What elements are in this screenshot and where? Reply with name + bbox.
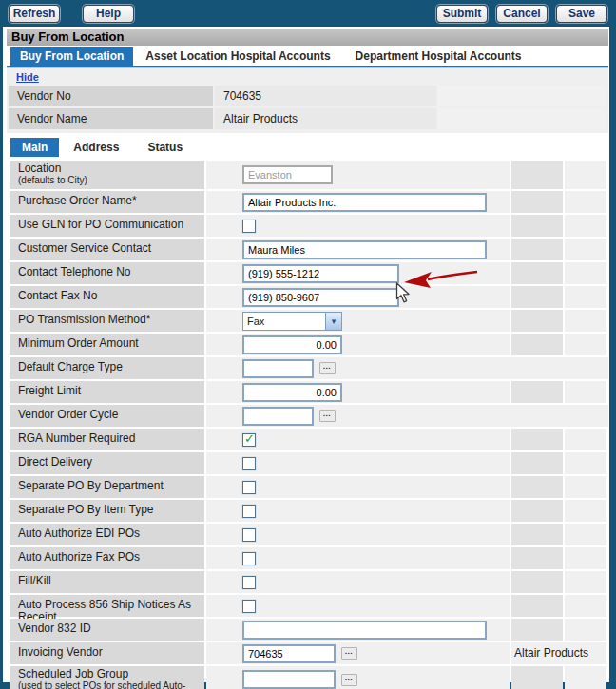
help-button[interactable]: Help	[83, 5, 134, 23]
filler-light-cell	[565, 239, 606, 260]
dropdown-arrow-icon[interactable]: ▾	[325, 313, 341, 330]
minimum-order-amount-input[interactable]	[242, 335, 342, 354]
field-label-purchase-order-name: Purchase Order Name*	[10, 191, 204, 213]
separate-po-by-item-type-checkbox[interactable]	[242, 505, 256, 518]
field-label-vendor-order-cycle: Vendor Order Cycle	[10, 405, 204, 427]
default-charge-type-lookup-button[interactable]: ▪▪▪	[319, 362, 336, 374]
tab-department-hospital-accounts[interactable]: Department Hospital Accounts	[343, 47, 534, 66]
field-label-invoicing-vendor: Invoicing Vendor	[10, 642, 204, 664]
field-label-contact-telephone-no: Contact Telephone No	[10, 262, 204, 284]
refresh-button[interactable]: Refresh	[9, 5, 60, 23]
field-label-text: Separate PO By Item Type	[18, 503, 154, 516]
contact-fax-no-input[interactable]	[242, 288, 399, 307]
form-row-separate-po-by-item-type: Separate PO By Item Type	[10, 500, 608, 522]
hide-link[interactable]: Hide	[16, 71, 39, 83]
filler-gray-cell	[511, 262, 563, 284]
field-value-cell-contact-fax-no	[206, 286, 510, 308]
separate-po-by-department-checkbox[interactable]	[242, 481, 256, 494]
field-label-use-gln-for-po-communication: Use GLN for PO Communication	[10, 215, 204, 237]
field-value-cell-scheduled-job-group: ▪▪▪	[206, 666, 510, 689]
filler-light-cell	[565, 547, 606, 569]
field-label-text: Scheduled Job Group	[18, 667, 128, 680]
form-row-fill-kill: Fill/Kill	[10, 571, 608, 593]
scheduled-job-group-lookup-button[interactable]: ▪▪▪	[341, 674, 357, 686]
filler-gray-cell	[511, 452, 563, 474]
vendor-filler-cell	[438, 108, 606, 129]
field-value-cell-contact-telephone-no	[206, 262, 510, 284]
field-value-cell-separate-po-by-department	[206, 476, 510, 498]
form-row-invoicing-vendor: Invoicing Vendor▪▪▪Altair Products	[10, 642, 608, 664]
use-gln-for-po-communication-checkbox[interactable]	[242, 220, 256, 233]
fill-kill-checkbox[interactable]	[242, 576, 256, 589]
customer-service-contact-input[interactable]	[242, 240, 487, 259]
form-row-separate-po-by-department: Separate PO By Department	[10, 476, 608, 498]
location-input[interactable]	[242, 165, 333, 184]
submit-button[interactable]: Submit	[436, 5, 488, 23]
form-row-default-charge-type: Default Charge Type▪▪▪	[10, 357, 608, 379]
form-row-vendor-order-cycle: Vendor Order Cycle▪▪▪	[10, 405, 608, 427]
vendor-order-cycle-lookup-button[interactable]: ▪▪▪	[319, 410, 336, 422]
field-label-text: Vendor 832 ID	[18, 622, 91, 635]
filler-gray-cell	[511, 619, 563, 641]
invoicing-vendor-input[interactable]	[242, 644, 336, 663]
form-row-contact-fax-no: Contact Fax No	[10, 286, 608, 308]
tab-asset-location-hospital-accounts[interactable]: Asset Location Hospital Accounts	[133, 47, 342, 66]
default-charge-type-input[interactable]	[242, 359, 314, 378]
field-label-text: Location	[18, 162, 61, 175]
field-label-text: Default Charge Type	[18, 360, 123, 373]
form-row-auto-authorize-fax-pos: Auto Authorize Fax POs	[10, 547, 608, 569]
auto-authorize-fax-pos-checkbox[interactable]	[242, 552, 256, 565]
vendor-order-cycle-input[interactable]	[242, 407, 314, 426]
filler-gray-cell	[511, 429, 563, 450]
save-button[interactable]: Save	[556, 5, 607, 23]
subtab-address[interactable]: Address	[59, 138, 133, 157]
form-row-location: Location(defaults to City)	[10, 161, 608, 189]
field-value-cell-auto-authorize-fax-pos	[206, 547, 510, 569]
field-label-text: Freight Limit	[18, 384, 81, 397]
filler-gray-cell	[511, 286, 563, 308]
field-value-cell-freight-limit	[206, 381, 510, 403]
vendor-filler-cell	[438, 86, 606, 106]
field-value-cell-auto-authorize-edi-pos	[206, 524, 510, 545]
direct-delivery-checkbox[interactable]	[242, 457, 256, 470]
cancel-button[interactable]: Cancel	[496, 5, 548, 23]
auto-process-856-ship-notices-as-receipt-checkbox[interactable]	[242, 600, 256, 613]
contact-telephone-no-input[interactable]	[242, 264, 399, 283]
scheduled-job-group-input[interactable]	[242, 670, 336, 689]
field-label-separate-po-by-department: Separate PO By Department	[10, 476, 204, 498]
form-row-auto-process-856-ship-notices-as-receipt: Auto Process 856 Ship Notices As Receipt	[10, 595, 608, 617]
vendor-832-id-input[interactable]	[242, 621, 487, 640]
rga-number-required-checkbox[interactable]: ✓	[242, 433, 256, 447]
selected-option-text: Fax	[243, 316, 325, 327]
purchase-order-name-input[interactable]	[242, 193, 487, 212]
subtab-main[interactable]: Main	[10, 138, 59, 157]
ellipsis-lookup-icon: ▪▪▪	[345, 677, 353, 682]
filler-light-cell	[565, 429, 606, 450]
form-row-scheduled-job-group: Scheduled Job Group(used to select POs f…	[10, 666, 608, 689]
form-area: Location(defaults to City)Purchase Order…	[7, 161, 608, 689]
filler-gray-cell	[511, 239, 563, 260]
po-transmission-method-select[interactable]: Fax▾	[242, 312, 342, 331]
invoicing-vendor-lookup-button[interactable]: ▪▪▪	[341, 647, 357, 660]
content-frame: Buy From Location Buy From LocationAsset…	[0, 27, 616, 689]
subtab-status[interactable]: Status	[133, 138, 197, 157]
filler-light-cell	[565, 595, 606, 617]
top-toolbar: Refresh Help Submit Cancel Save	[0, 0, 616, 27]
filler-light-cell	[565, 215, 606, 237]
ellipsis-lookup-icon: ▪▪▪	[323, 412, 331, 418]
filler-light-cell	[565, 476, 606, 498]
field-value-cell-auto-process-856-ship-notices-as-receipt	[206, 595, 510, 617]
page-title: Buy From Location	[7, 29, 608, 46]
form-row-po-transmission-method: PO Transmission Method*Fax▾	[10, 310, 608, 332]
filler-gray-cell	[511, 476, 563, 498]
vendor-label: Vendor Name	[9, 108, 213, 129]
vendor-row-vendor-no: Vendor No704635	[9, 86, 608, 106]
auto-authorize-edi-pos-checkbox[interactable]	[242, 528, 256, 542]
freight-limit-input[interactable]	[242, 383, 342, 402]
field-sublabel-text: (used to select POs for scheduled Auto-A…	[18, 680, 202, 689]
field-label-text: Vendor Order Cycle	[18, 408, 118, 421]
field-label-text: Customer Service Contact	[18, 241, 151, 255]
filler-gray-cell	[511, 524, 563, 545]
tab-buy-from-location[interactable]: Buy From Location	[10, 47, 133, 66]
field-label-default-charge-type: Default Charge Type	[10, 357, 204, 379]
